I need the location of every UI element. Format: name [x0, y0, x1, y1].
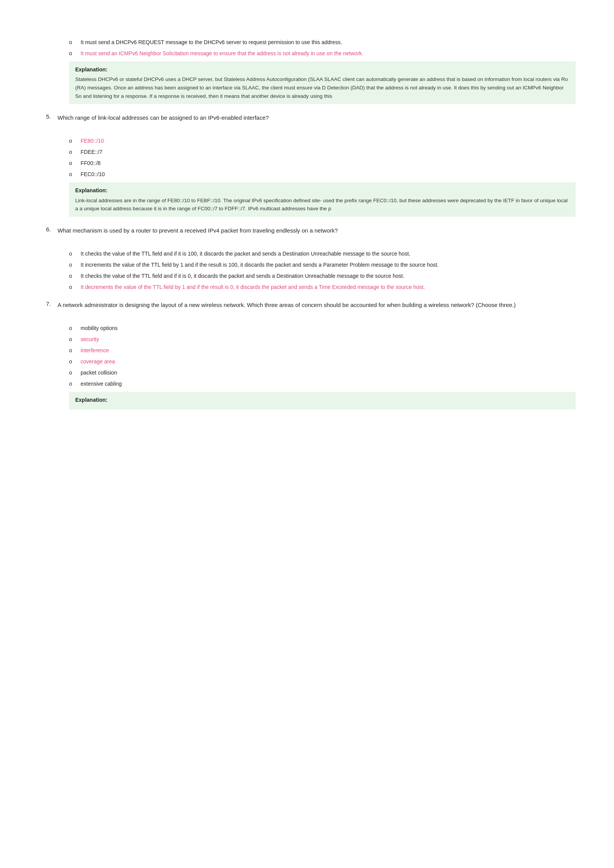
intro-bullet-2: o It must send an ICMPv6 Neighbor Solici… [69, 50, 576, 58]
intro-explanation-text: Stateless DHCPv6 or stateful DHCPv6 uses… [75, 76, 568, 99]
intro-explanation-label: Explanation: [75, 65, 569, 74]
q7-marker-5: o [69, 369, 77, 377]
q7-bullet-5: o packet collision [69, 369, 576, 377]
q6-bullet-3: o It checks the value of the TTL field a… [69, 272, 576, 280]
question-5-bullets: o FE80::/10 o FDEE::/7 o FF00::/8 o FEC0… [69, 137, 576, 178]
q7-bullet-4: o coverage area [69, 358, 576, 366]
q5-explanation-label: Explanation: [75, 186, 569, 195]
intro-explanation: Explanation: Stateless DHCPv6 or statefu… [69, 61, 576, 104]
q6-marker-3: o [69, 272, 77, 280]
q5-text-1: FE80::/10 [81, 137, 104, 145]
question-5-text: Which range of link-local addresses can … [58, 113, 269, 122]
question-7-block: 7. A network administrator is designing … [38, 300, 576, 409]
question-6-number: 6. [46, 226, 58, 233]
q7-bullet-3: o interference [69, 347, 576, 355]
q6-marker-1: o [69, 250, 77, 258]
intro-bullet-list: o It must send a DHCPv6 REQUEST message … [69, 38, 576, 58]
question-7-bullets: o mobility options o security o interfer… [69, 324, 576, 388]
q5-bullet-3: o FF00::/8 [69, 159, 576, 167]
q7-text-3: interference [81, 347, 109, 355]
question-5-header: 5. Which range of link-local addresses c… [46, 113, 576, 122]
q7-marker-4: o [69, 358, 77, 366]
bullet-marker: o [69, 38, 77, 46]
question-7-number: 7. [46, 300, 58, 307]
q6-marker-2: o [69, 261, 77, 269]
intro-bullet-2-text: It must send an ICMPv6 Neighbor Solicita… [81, 50, 363, 58]
q7-text-2: security [81, 335, 99, 343]
question-5-explanation: Explanation: Link-local addresses are in… [69, 182, 576, 217]
q7-marker-3: o [69, 347, 77, 355]
q7-marker-1: o [69, 324, 77, 332]
question-7-text: A network administrator is designing the… [58, 300, 516, 310]
intro-bullet-1-text: It must send a DHCPv6 REQUEST message to… [81, 38, 342, 46]
intro-bullet-1: o It must send a DHCPv6 REQUEST message … [69, 38, 576, 46]
q6-text-4: It decrements the value of the TTL field… [81, 283, 425, 291]
q5-marker-3: o [69, 159, 77, 167]
q6-marker-4: o [69, 283, 77, 291]
q5-text-2: FDEE::/7 [81, 148, 102, 156]
q7-text-6: extensive cabling [81, 380, 122, 388]
q7-bullet-1: o mobility options [69, 324, 576, 332]
q7-text-4: coverage area [81, 358, 115, 366]
question-6-text: What mechanism is used by a router to pr… [58, 226, 338, 235]
q6-text-2: It increments the value of the TTL field… [81, 261, 439, 269]
q6-text-1: It checks the value of the TTL field and… [81, 250, 410, 258]
q7-marker-2: o [69, 335, 77, 343]
q5-bullet-1: o FE80::/10 [69, 137, 576, 145]
q5-text-4: FEC0::/10 [81, 170, 105, 178]
q5-marker-4: o [69, 170, 77, 178]
q5-bullet-2: o FDEE::/7 [69, 148, 576, 156]
q7-text-5: packet collision [81, 369, 117, 377]
question-7-header: 7. A network administrator is designing … [46, 300, 576, 310]
q6-bullet-4: o It decrements the value of the TTL fie… [69, 283, 576, 291]
q6-bullet-2: o It increments the value of the TTL fie… [69, 261, 576, 269]
question-5-number: 5. [46, 113, 58, 120]
q5-marker-1: o [69, 137, 77, 145]
q7-explanation-label: Explanation: [75, 396, 569, 404]
q5-text-3: FF00::/8 [81, 159, 101, 167]
q5-marker-2: o [69, 148, 77, 156]
q5-explanation-text: Link-local addresses are in the range of… [75, 198, 568, 212]
intro-block: o It must send a DHCPv6 REQUEST message … [38, 38, 576, 104]
question-6-header: 6. What mechanism is used by a router to… [46, 226, 576, 235]
q7-marker-6: o [69, 380, 77, 388]
q6-text-3: It checks the value of the TTL field and… [81, 272, 404, 280]
q7-bullet-6: o extensive cabling [69, 380, 576, 388]
q5-bullet-4: o FEC0::/10 [69, 170, 576, 178]
bullet-marker-2: o [69, 50, 77, 58]
q6-bullet-1: o It checks the value of the TTL field a… [69, 250, 576, 258]
question-7-explanation: Explanation: [69, 392, 576, 409]
question-6-block: 6. What mechanism is used by a router to… [38, 226, 576, 291]
q7-bullet-2: o security [69, 335, 576, 343]
question-6-bullets: o It checks the value of the TTL field a… [69, 250, 576, 291]
q7-text-1: mobility options [81, 324, 118, 332]
page-content: o It must send a DHCPv6 REQUEST message … [38, 15, 576, 409]
question-5-block: 5. Which range of link-local addresses c… [38, 113, 576, 217]
